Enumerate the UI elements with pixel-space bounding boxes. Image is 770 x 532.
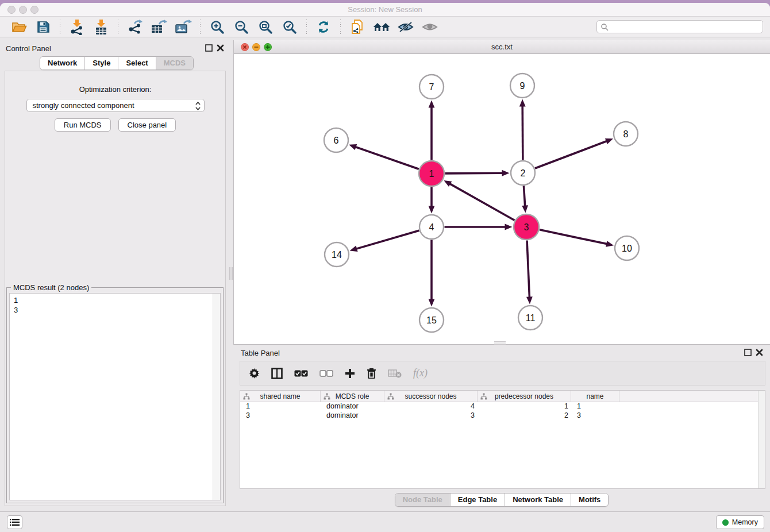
export-image-button[interactable] bbox=[175, 18, 192, 36]
add-column-button[interactable] bbox=[345, 368, 355, 379]
table-cell[interactable]: 2 bbox=[478, 411, 571, 421]
close-panel-button[interactable] bbox=[216, 44, 224, 52]
hide-panel-button[interactable] bbox=[397, 18, 414, 36]
tab-node-table[interactable]: Node Table bbox=[395, 494, 451, 506]
zoom-fit-button[interactable] bbox=[257, 18, 274, 36]
table-body: 1dominator4113dominator323 bbox=[240, 402, 765, 421]
search-field[interactable] bbox=[596, 20, 763, 33]
float-window-icon bbox=[205, 44, 213, 52]
search-icon bbox=[600, 23, 609, 31]
table-cell[interactable]: 1 bbox=[240, 402, 321, 411]
gear-icon bbox=[249, 368, 260, 379]
app-window: Session: New Session bbox=[0, 3, 770, 532]
graph-edge-4-14[interactable] bbox=[356, 230, 419, 249]
graph-edge-3-10[interactable] bbox=[540, 230, 607, 244]
task-history-button[interactable] bbox=[7, 515, 22, 529]
deselect-all-rows-button[interactable] bbox=[319, 370, 333, 377]
graph-node-label: 4 bbox=[429, 222, 434, 232]
network-canvas[interactable]: 7968124314101511 bbox=[234, 54, 770, 344]
graph-edge-2-8[interactable] bbox=[535, 141, 607, 168]
graph-edge-3-1[interactable] bbox=[449, 183, 515, 220]
column-header-predecessor-nodes[interactable]: predecessor nodes bbox=[478, 391, 571, 402]
zoom-selected-icon bbox=[282, 20, 297, 34]
result-scrollbar[interactable] bbox=[213, 294, 220, 500]
table-cell[interactable]: 3 bbox=[384, 411, 478, 421]
memory-button[interactable]: Memory bbox=[716, 515, 764, 529]
close-table-panel-button[interactable] bbox=[755, 349, 763, 357]
tab-network[interactable]: Network bbox=[40, 57, 85, 70]
splitter-handle-vertical[interactable] bbox=[229, 267, 233, 280]
table-cell[interactable]: 3 bbox=[240, 411, 321, 421]
network-graph[interactable]: 7968124314101511 bbox=[234, 54, 770, 344]
table-cell[interactable]: dominator bbox=[321, 411, 384, 421]
delete-table-button[interactable] bbox=[388, 369, 402, 378]
table-scrollbar[interactable] bbox=[758, 391, 765, 488]
graph-edge-arrowhead bbox=[502, 170, 509, 176]
zoom-in-button[interactable] bbox=[209, 18, 226, 36]
columns-icon bbox=[271, 368, 283, 379]
table-tabs: Node TableEdge TableNetwork TableMotifs bbox=[233, 493, 770, 507]
import-table-button[interactable] bbox=[93, 18, 110, 36]
run-mcds-button[interactable]: Run MCDS bbox=[55, 118, 111, 132]
float-table-panel-button[interactable] bbox=[744, 349, 752, 357]
column-header-label: name bbox=[586, 392, 603, 400]
clone-network-button[interactable] bbox=[349, 18, 366, 36]
delete-column-button[interactable] bbox=[367, 368, 376, 379]
float-panel-button[interactable] bbox=[205, 44, 213, 52]
column-header-label: predecessor nodes bbox=[495, 392, 553, 400]
column-header-label: MCDS role bbox=[336, 392, 369, 400]
criterion-select[interactable]: strongly connected component bbox=[26, 99, 205, 112]
mcds-result-area: 13 bbox=[9, 293, 221, 500]
table-toolbar: f(x) bbox=[240, 361, 765, 385]
zoom-out-button[interactable] bbox=[233, 18, 250, 36]
select-all-rows-button[interactable] bbox=[294, 370, 308, 377]
tab-select[interactable]: Select bbox=[118, 57, 156, 70]
search-input[interactable] bbox=[609, 23, 759, 31]
table-row[interactable]: 3dominator323 bbox=[240, 411, 765, 421]
graph-edge-3-11[interactable] bbox=[527, 240, 529, 298]
graph-edge-1-2[interactable] bbox=[445, 173, 503, 174]
table-header-row: shared nameMCDS rolesuccessor nodesprede… bbox=[240, 391, 765, 402]
column-header-successor-nodes[interactable]: successor nodes bbox=[384, 391, 478, 402]
mcds-result-text[interactable]: 13 bbox=[10, 294, 213, 500]
table-cell[interactable]: 4 bbox=[384, 402, 478, 411]
mcds-result-line: 1 bbox=[14, 295, 213, 305]
splitter-handle-horizontal[interactable] bbox=[494, 341, 506, 345]
zoom-selected-button[interactable] bbox=[281, 18, 298, 36]
open-session-button[interactable] bbox=[10, 18, 28, 36]
function-builder-button[interactable]: f(x) bbox=[413, 367, 428, 379]
column-header-shared-name[interactable]: shared name bbox=[240, 391, 321, 402]
save-icon bbox=[36, 20, 50, 34]
graph-edge-1-6[interactable] bbox=[355, 147, 419, 169]
table-cell[interactable]: 1 bbox=[571, 402, 619, 411]
apply-layout-button[interactable] bbox=[315, 18, 332, 36]
toolbar-separator bbox=[340, 20, 341, 34]
tab-motifs[interactable]: Motifs bbox=[571, 494, 608, 506]
tab-mcds[interactable]: MCDS bbox=[156, 57, 193, 70]
network-window-titlebar: scc.txt bbox=[234, 40, 770, 54]
column-header-MCDS-role[interactable]: MCDS role bbox=[321, 391, 384, 402]
control-panel-header: Control Panel bbox=[0, 40, 233, 56]
graph-edge-arrowhead bbox=[429, 299, 435, 307]
table-row[interactable]: 1dominator411 bbox=[240, 402, 765, 411]
save-session-button[interactable] bbox=[34, 18, 52, 36]
graph-edge-2-9[interactable] bbox=[522, 105, 523, 160]
column-header-name[interactable]: name bbox=[571, 391, 619, 402]
table-options-button[interactable] bbox=[249, 368, 260, 379]
table-cell[interactable]: 1 bbox=[478, 402, 571, 411]
export-network-button[interactable] bbox=[126, 18, 144, 36]
table-cell[interactable]: 3 bbox=[571, 411, 619, 421]
show-panel-button[interactable] bbox=[421, 18, 438, 36]
toggle-column-view-button[interactable] bbox=[271, 368, 283, 379]
tab-style[interactable]: Style bbox=[85, 57, 118, 70]
export-table-button[interactable] bbox=[151, 18, 168, 36]
table-cell[interactable]: dominator bbox=[321, 402, 384, 411]
toolbar-separator bbox=[118, 20, 118, 34]
import-network-button[interactable] bbox=[68, 18, 86, 36]
home-button[interactable] bbox=[373, 18, 390, 36]
tab-network-table[interactable]: Network Table bbox=[505, 494, 571, 506]
unchecked-boxes-icon bbox=[319, 370, 333, 377]
graph-edge-2-3[interactable] bbox=[523, 186, 525, 206]
close-panel-action-button[interactable]: Close panel bbox=[118, 118, 176, 132]
tab-edge-table[interactable]: Edge Table bbox=[451, 494, 505, 506]
